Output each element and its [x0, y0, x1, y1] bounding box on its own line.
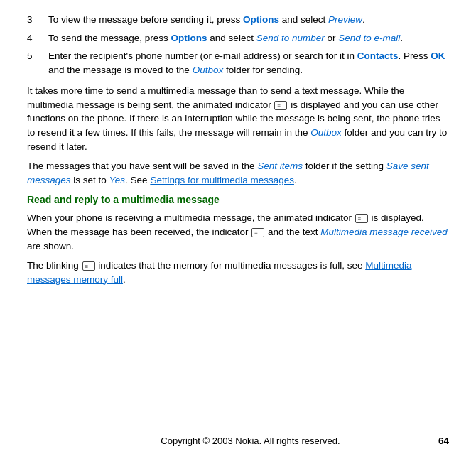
outbox-link-para1[interactable]: Outbox: [310, 127, 342, 138]
paragraph-3: When your phone is receiving a multimedi…: [27, 211, 449, 253]
received-link[interactable]: Multimedia message received: [320, 227, 448, 237]
item-text-4: To send the message, press Options and s…: [48, 31, 449, 45]
sending-icon-1: [274, 101, 287, 110]
send-to-email-link[interactable]: Send to e-mail: [338, 33, 400, 43]
item-number-4: 4: [27, 31, 48, 45]
paragraph-1: It takes more time to send a multimedia …: [27, 84, 449, 153]
paragraph-4: The blinking indicates that the memory f…: [27, 259, 449, 286]
content-area: 3 To view the message before sending it,…: [27, 13, 449, 427]
settings-link[interactable]: Settings for multimedia messages: [150, 175, 294, 185]
send-to-number-link[interactable]: Send to number: [256, 33, 325, 43]
list-item-5: 5 Enter the recipient's phone number (or…: [27, 49, 449, 77]
options-link-3[interactable]: Options: [243, 14, 279, 25]
ok-link-5[interactable]: OK: [431, 50, 445, 61]
paragraph-2: The messages that you have sent will be …: [27, 159, 449, 187]
preview-link[interactable]: Preview: [328, 14, 362, 25]
item-text-5: Enter the recipient's phone number (or e…: [48, 49, 449, 77]
receiving-icon-2: [251, 228, 264, 237]
list-item-3: 3 To view the message before sending it,…: [27, 13, 449, 27]
yes-link[interactable]: Yes: [109, 175, 126, 185]
item-text-3: To view the message before sending it, p…: [48, 13, 449, 27]
footer: Copyright © 2003 Nokia. All rights reser…: [27, 427, 449, 448]
sent-items-link[interactable]: Sent items: [257, 161, 303, 171]
page-number: 64: [438, 434, 449, 448]
list-item-4: 4 To send the message, press Options and…: [27, 31, 449, 45]
item-number-3: 3: [27, 13, 48, 27]
outbox-link-5[interactable]: Outbox: [193, 65, 224, 75]
blinking-icon: [82, 261, 95, 271]
options-link-4[interactable]: Options: [171, 33, 207, 43]
page-container: 3 To view the message before sending it,…: [0, 0, 476, 461]
contacts-link-5[interactable]: Contacts: [357, 50, 399, 61]
receiving-icon-1: [355, 214, 368, 223]
item-number-5: 5: [27, 49, 48, 77]
copyright-text: Copyright © 2003 Nokia. All rights reser…: [63, 435, 438, 448]
section-heading: Read and reply to a multimedia message: [27, 192, 449, 207]
